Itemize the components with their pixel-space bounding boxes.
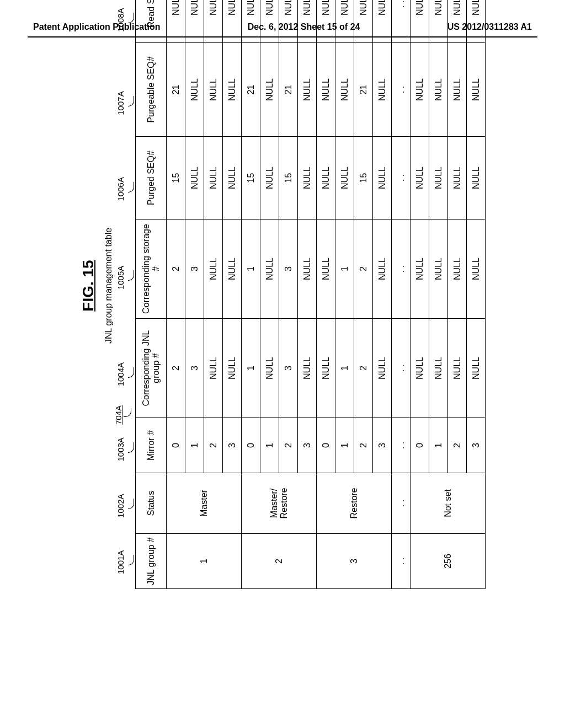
cell: NULL [204,137,223,220]
table-row: 2Master/ Restore0111521NULL [242,0,260,589]
cell: NULL [411,319,429,418]
cell: 2 [354,220,373,319]
cell: NULL [298,0,317,43]
cell: NULL [429,43,448,137]
cell: 3 [185,319,204,418]
cell: NULL [223,137,242,220]
cell: NULL [354,0,373,43]
cell: 3 [373,418,392,473]
cell: NULL [467,0,486,43]
cell: NULL [242,0,260,43]
cell: NULL [373,220,392,319]
cell: NULL [260,220,279,319]
cell: 0 [167,418,185,473]
cell: 15 [279,137,298,220]
th: Corresponding storage # [136,220,167,319]
cell: NULL [298,43,317,137]
cell: 15 [242,137,260,220]
cell: 1 [335,220,354,319]
cell: 2 [167,220,185,319]
cell: NULL [204,43,223,137]
cell: NULL [373,319,392,418]
th: Purgeable SEQ# [136,43,167,137]
cell: 21 [242,43,260,137]
cell: NULL [317,137,335,220]
cell: NULL [411,220,429,319]
th: Status [136,473,167,534]
cell: NULL [204,220,223,319]
cell: NULL [467,137,486,220]
cell: NULL [317,0,335,43]
table-row: 1Master0221521NULL [167,0,185,589]
cell: NULL [335,43,354,137]
cell: NULL [467,220,486,319]
cell-jnl-group: . . [392,534,411,589]
cell: NULL [429,319,448,418]
col-ref: 1004A [116,326,135,422]
cell: NULL [467,43,486,137]
th: Corresponding JNL group # [136,319,167,418]
cell: 2 [279,418,298,473]
cell: NULL [223,43,242,137]
cell: NULL [317,220,335,319]
cell: NULL [448,43,467,137]
table-row: 3Restore0NULLNULLNULLNULLNULL [317,0,335,589]
cell: 15 [354,137,373,220]
cell: NULL [467,319,486,418]
cell: 1 [242,220,260,319]
cell: NULL [298,137,317,220]
cell: 2 [354,418,373,473]
cell: NULL [335,0,354,43]
cell: NULL [317,43,335,137]
cell-jnl-group: 256 [411,534,486,589]
cell: 21 [279,43,298,137]
cell: NULL [260,0,279,43]
cell: 15 [167,137,185,220]
cell: NULL [411,0,429,43]
cell: 0 [317,418,335,473]
cell: 2 [354,319,373,418]
cell-status: . . [392,473,411,534]
cell: NULL [411,137,429,220]
cell-jnl-group: 2 [242,534,317,589]
cell: . . [392,418,411,473]
cell: NULL [204,319,223,418]
cell: NULL [223,319,242,418]
cell: NULL [373,0,392,43]
table-row: 256Not set0NULLNULLNULLNULLNULL [411,0,429,589]
col-ref: 1006A [116,149,135,229]
cell: . . [392,137,411,220]
cell: NULL [335,137,354,220]
col-ref: 1002A [116,477,135,536]
cell-status: Master/ Restore [242,473,317,534]
cell: 3 [467,418,486,473]
cell: 0 [242,418,260,473]
cell-jnl-group: 1 [167,534,242,589]
table-row: . .. .. .. .. .. .. .. . [392,0,411,589]
cell: NULL [429,137,448,220]
cell: NULL [317,319,335,418]
cell: 1 [429,418,448,473]
cell: NULL [260,137,279,220]
cell: 0 [411,418,429,473]
cell: 2 [448,418,467,473]
cell: NULL [204,0,223,43]
cell: NULL [260,43,279,137]
th: JNL group # [136,534,167,589]
cell-status: Master [167,473,242,534]
cell: 2 [204,418,223,473]
col-ref: 1007A [116,57,135,148]
cell: NULL [279,0,298,43]
cell: NULL [373,137,392,220]
cell: NULL [185,0,204,43]
cell: 3 [223,418,242,473]
cell: 1 [242,319,260,418]
table-caption: JNL group management table [104,0,114,589]
cell: . . [392,319,411,418]
cell: 21 [354,43,373,137]
cell: . . [392,0,411,43]
cell: 1 [185,418,204,473]
cell: NULL [298,319,317,418]
figure: FIG. 15 JNL group management table 704A … [63,0,502,589]
cell: 21 [167,43,185,137]
